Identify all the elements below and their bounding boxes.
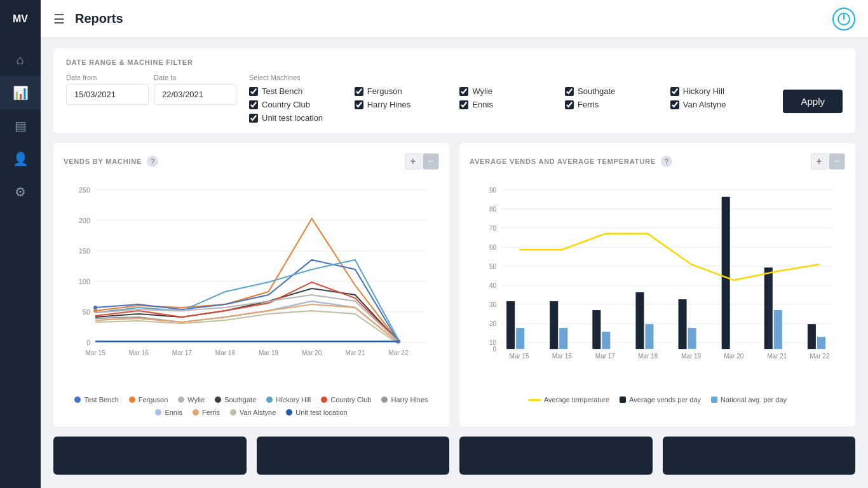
avg-info-icon[interactable]: ? bbox=[661, 156, 672, 167]
date-from-label: Date from bbox=[66, 74, 149, 81]
avg-zoom-out[interactable]: − bbox=[829, 153, 845, 170]
vends-info-icon[interactable]: ? bbox=[147, 156, 158, 167]
svg-text:90: 90 bbox=[489, 187, 497, 194]
machine-checkbox-wylie[interactable]: Wylie bbox=[459, 86, 560, 96]
legend-vends-harry-hines: Harry Hines bbox=[381, 396, 428, 403]
machine-input-ferris[interactable] bbox=[565, 100, 574, 109]
bottom-cards-row bbox=[53, 437, 855, 475]
sidebar-item-settings[interactable]: ⚙ bbox=[0, 175, 41, 208]
menu-icon[interactable]: ☰ bbox=[53, 11, 65, 27]
vends-chart-container: 250 200 150 100 50 0 Mar 15 Mar 16 Mar 1… bbox=[64, 177, 439, 390]
sidebar-logo: MV bbox=[0, 0, 41, 38]
machine-input-test_bench[interactable] bbox=[249, 87, 258, 96]
vends-zoom-in[interactable]: + bbox=[405, 153, 421, 170]
date-to-input[interactable] bbox=[154, 84, 236, 105]
svg-rect-56 bbox=[559, 328, 567, 349]
machine-input-unit_test_location[interactable] bbox=[249, 114, 258, 123]
svg-rect-66 bbox=[808, 324, 816, 349]
sidebar-navigation: ⌂ 📊 ▤ 👤 ⚙ bbox=[0, 43, 41, 208]
avg-zoom-controls: + − bbox=[811, 153, 845, 170]
legend-avg-temp-label: Average temperature bbox=[544, 396, 609, 403]
date-inputs: Date from Date to bbox=[66, 74, 236, 105]
machine-input-southgate[interactable] bbox=[565, 87, 574, 96]
machine-label-ferguson: Ferguson bbox=[367, 86, 402, 96]
vends-zoom-controls: + − bbox=[405, 153, 439, 170]
svg-rect-53 bbox=[506, 301, 515, 349]
machine-input-hickory_hill[interactable] bbox=[670, 87, 679, 96]
dot bbox=[193, 409, 199, 416]
svg-text:Mar 18: Mar 18 bbox=[215, 349, 236, 356]
terminal-icon: ▤ bbox=[15, 118, 27, 133]
avg-zoom-in[interactable]: + bbox=[811, 153, 827, 170]
machine-label-ferris: Ferris bbox=[578, 100, 599, 109]
avg-chart-svg: 90 80 70 60 50 40 30 20 10 0 Mar 15 Mar … bbox=[470, 177, 845, 387]
machine-label-harry_hines: Harry Hines bbox=[367, 100, 411, 109]
avg-temp-color bbox=[528, 399, 541, 401]
machine-input-wylie[interactable] bbox=[459, 87, 468, 96]
home-icon: ⌂ bbox=[17, 53, 24, 67]
machine-checkbox-unit_test_location[interactable]: Unit test location bbox=[249, 113, 349, 123]
avg-vends-color bbox=[620, 396, 626, 403]
machine-input-country_club[interactable] bbox=[249, 100, 258, 109]
dot bbox=[129, 396, 135, 403]
svg-rect-58 bbox=[602, 332, 610, 349]
date-from-group: Date from bbox=[66, 74, 149, 105]
machine-checkbox-ennis[interactable]: Ennis bbox=[459, 100, 560, 109]
machine-checkbox-harry_hines[interactable]: Harry Hines bbox=[355, 100, 455, 109]
vends-chart-title: VENDS BY MACHINE bbox=[64, 158, 142, 165]
legend-avg-vends-label: Average vends per day bbox=[629, 396, 701, 403]
avatar[interactable] bbox=[832, 8, 855, 30]
svg-rect-61 bbox=[679, 299, 687, 349]
machine-checkbox-test_bench[interactable]: Test Bench bbox=[249, 86, 349, 96]
apply-button[interactable]: Apply bbox=[783, 90, 843, 113]
machine-checkbox-southgate[interactable]: Southgate bbox=[565, 86, 665, 96]
machine-input-harry_hines[interactable] bbox=[355, 100, 363, 109]
sidebar-item-terminal[interactable]: ▤ bbox=[0, 109, 41, 142]
svg-text:0: 0 bbox=[493, 346, 497, 353]
legend-vends-hickory-hill: Hickory Hill bbox=[266, 396, 311, 403]
dot bbox=[321, 396, 327, 403]
legend-avg-temp: Average temperature bbox=[528, 396, 609, 403]
filter-section-title: DATE RANGE & MACHINE FILTER bbox=[66, 58, 843, 66]
legend-vends-van-alstyne: Van Alstyne bbox=[230, 409, 276, 416]
svg-text:Mar 20: Mar 20 bbox=[724, 353, 744, 360]
svg-text:Mar 19: Mar 19 bbox=[681, 353, 702, 360]
date-from-input[interactable] bbox=[66, 84, 149, 105]
dot bbox=[266, 396, 273, 403]
machine-input-ferguson[interactable] bbox=[355, 87, 363, 96]
reports-icon: 📊 bbox=[13, 85, 29, 100]
machine-label-ennis: Ennis bbox=[472, 100, 493, 109]
avg-chart-title-row: AVERAGE VENDS AND AVERAGE TEMPERATURE ? bbox=[470, 156, 672, 167]
machine-checkbox-van_alstyne[interactable]: Van Alstyne bbox=[670, 100, 771, 109]
machine-checkbox-country_club[interactable]: Country Club bbox=[249, 100, 349, 109]
dot bbox=[381, 396, 388, 403]
svg-rect-57 bbox=[592, 310, 600, 349]
bottom-card-2 bbox=[257, 437, 450, 475]
legend-vends-ennis: Ennis bbox=[155, 409, 182, 416]
sidebar-item-reports[interactable]: 📊 bbox=[0, 76, 41, 109]
vends-zoom-out[interactable]: − bbox=[423, 153, 439, 170]
svg-text:Mar 16: Mar 16 bbox=[552, 353, 573, 360]
machine-input-van_alstyne[interactable] bbox=[670, 100, 679, 109]
svg-text:100: 100 bbox=[79, 278, 90, 285]
legend-vends-unit-test-location: Unit test location bbox=[286, 409, 347, 416]
avg-chart-header: AVERAGE VENDS AND AVERAGE TEMPERATURE ? … bbox=[470, 153, 845, 170]
machine-input-ennis[interactable] bbox=[459, 100, 468, 109]
legend-vends-ferguson: Ferguson bbox=[129, 396, 168, 403]
machine-checkbox-hickory_hill[interactable]: Hickory Hill bbox=[670, 86, 771, 96]
bottom-card-1 bbox=[53, 437, 247, 475]
settings-icon: ⚙ bbox=[15, 184, 26, 200]
svg-point-23 bbox=[93, 306, 97, 309]
svg-text:50: 50 bbox=[489, 263, 497, 270]
machine-checkbox-ferguson[interactable]: Ferguson bbox=[355, 86, 455, 96]
legend-vends-ferris: Ferris bbox=[193, 409, 220, 416]
sidebar-item-user[interactable]: 👤 bbox=[0, 142, 41, 175]
vends-chart-svg: 250 200 150 100 50 0 Mar 15 Mar 16 Mar 1… bbox=[64, 177, 439, 387]
sidebar: MV ⌂ 📊 ▤ 👤 ⚙ bbox=[0, 0, 41, 488]
vends-chart-header: VENDS BY MACHINE ? + − bbox=[64, 153, 439, 170]
machine-checkbox-ferris[interactable]: Ferris bbox=[565, 100, 665, 109]
dot bbox=[178, 396, 184, 403]
svg-text:Mar 19: Mar 19 bbox=[259, 349, 279, 356]
sidebar-item-home[interactable]: ⌂ bbox=[0, 43, 41, 76]
svg-text:150: 150 bbox=[79, 247, 90, 255]
